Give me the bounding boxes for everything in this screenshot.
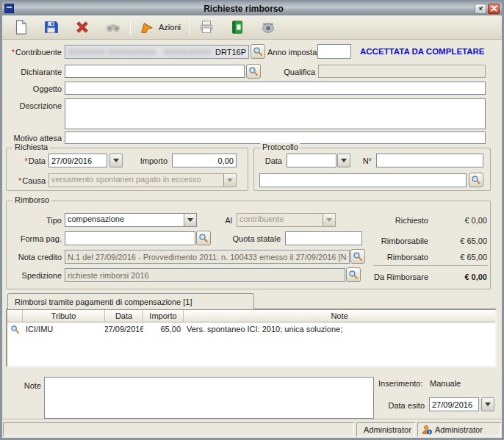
spedizione-search-button[interactable]: [346, 267, 361, 282]
azioni-button[interactable]: Azioni: [135, 17, 184, 37]
restore-window-button[interactable]: [475, 4, 486, 14]
column-header-icon[interactable]: [7, 310, 23, 322]
cell-data: 27/09/2016: [105, 322, 143, 336]
close-window-button[interactable]: [488, 4, 500, 14]
column-header-importo[interactable]: Importo: [143, 310, 184, 322]
richiesta-causa-label: *Causa: [10, 176, 46, 185]
forma-pag-search-button[interactable]: [196, 231, 211, 245]
save-button[interactable]: [39, 17, 64, 37]
delete-button[interactable]: [70, 17, 95, 37]
protocollo-data-field[interactable]: [287, 154, 336, 167]
protocollo-search-button[interactable]: [469, 173, 483, 187]
rimborsabile-label: Rimborsabile: [375, 237, 428, 245]
anno-imposta-field[interactable]: [317, 44, 351, 59]
richiesta-causa-combo: versamento spontaneo pagato in eccesso: [48, 173, 237, 187]
delete-x-icon: [74, 19, 90, 35]
oggetto-field[interactable]: [65, 82, 486, 95]
qualifica-label: Qualifica: [279, 68, 315, 76]
protocollo-data-label: Data: [259, 156, 282, 165]
spedizione-label: Spedizione: [18, 271, 62, 280]
descrizione-label: Descrizione: [3, 101, 62, 110]
new-document-icon: [12, 19, 29, 35]
column-header-data[interactable]: Data: [105, 310, 143, 322]
statusbar-user2: Administrator: [435, 425, 483, 434]
footer-divider: [2, 419, 502, 420]
column-header-tributo[interactable]: Tributo: [23, 310, 105, 322]
spedizione-field[interactable]: [65, 268, 345, 282]
inserimento-label: Inserimento:: [378, 379, 423, 388]
note-field[interactable]: [44, 377, 374, 419]
toolbar-separator: [130, 20, 131, 35]
new-button[interactable]: [8, 17, 33, 37]
nota-credito-label: Nota credito: [15, 253, 62, 262]
magnifier-icon: [198, 233, 209, 243]
rimborso-al-label: Al: [213, 216, 232, 225]
cell-importo: 65,00: [143, 322, 184, 336]
nota-credito-field[interactable]: [65, 250, 350, 264]
archive-button[interactable]: [225, 17, 250, 37]
protocollo-numero-label: N°: [359, 156, 372, 165]
rimborso-al-value: contribuente: [237, 214, 323, 226]
status-badge: ACCETTATA DA COMPLETARE: [360, 47, 485, 56]
rimborso-tipo-value: compensazione: [65, 214, 184, 226]
richiesta-data-field[interactable]: [48, 154, 107, 167]
protocollo-ricerca-field[interactable]: [259, 173, 467, 187]
richiesta-causa-value: versamento spontaneo pagato in eccesso: [49, 174, 223, 187]
chevron-down-icon: [341, 159, 347, 162]
richiesta-data-dropdown-button[interactable]: [109, 154, 123, 167]
magnifier-icon: [348, 270, 359, 280]
dichiarante-field[interactable]: [65, 65, 245, 78]
forma-pag-field[interactable]: [65, 231, 195, 245]
print-button[interactable]: [194, 17, 219, 37]
restore-icon: [477, 4, 485, 12]
table-row[interactable]: ICI/IMU 27/09/2016 65,00 Vers. spontaneo…: [7, 322, 495, 336]
anno-imposta-label: Anno imposta: [267, 48, 314, 57]
camera-button[interactable]: [256, 17, 281, 37]
richiesta-importo-field[interactable]: [172, 154, 237, 167]
chevron-down-icon: [113, 159, 119, 162]
data-esito-dropdown-button[interactable]: [481, 397, 494, 411]
dichiarante-search-button[interactable]: [246, 64, 261, 79]
statusbar-user1: Administrator: [364, 425, 411, 434]
title-bar: Richieste rimborso: [2, 1, 502, 15]
totals-divider: [373, 265, 488, 266]
contribuente-visible-text: DRT16P: [215, 48, 246, 57]
row-detail-button[interactable]: [7, 322, 23, 336]
chevron-down-icon: [485, 403, 491, 406]
search-button[interactable]: [101, 17, 126, 37]
rimborso-al-combo: contribuente: [237, 213, 336, 227]
status-bar: Administrator Administrator: [2, 421, 502, 438]
rimborso-tipo-combo[interactable]: compensazione: [65, 213, 197, 227]
statusbar-message-cell: [3, 422, 354, 436]
contribuente-field[interactable]: XXXXXXX XXXXXXXXX - XX/XX/XXXX - XX XX D…: [65, 45, 249, 59]
contribuente-search-button[interactable]: [251, 44, 265, 59]
nota-credito-search-button[interactable]: [350, 249, 365, 264]
inserimento-value: Manuale: [430, 379, 461, 388]
compensazioni-table: Tributo Data Importo Note ICI/IMU 27/09/…: [6, 309, 497, 367]
protocollo-legend: Protocollo: [260, 143, 300, 151]
da-rimborsare-label: Da Rimborsare: [371, 273, 428, 281]
rimborsato-label: Rimborsato: [375, 253, 428, 262]
richiesta-legend: Richiesta: [12, 143, 50, 151]
close-icon: [490, 4, 498, 12]
user-info-icon: [422, 425, 432, 435]
contribuente-label: *Contribuente: [3, 48, 62, 57]
protocollo-numero-field[interactable]: [376, 154, 483, 167]
column-header-note[interactable]: Note: [184, 310, 495, 322]
cell-tributo: ICI/IMU: [23, 322, 105, 336]
tab-compensazioni[interactable]: Rimborsi tramite pagamenti di compensazi…: [7, 293, 254, 309]
magnifier-icon: [253, 46, 263, 57]
qualifica-field: [318, 65, 486, 78]
oggetto-label: Oggetto: [3, 84, 62, 93]
data-esito-field[interactable]: [429, 397, 479, 411]
toolbar: Azioni: [2, 15, 502, 40]
green-binder-icon: [229, 19, 245, 35]
magnifier-icon: [10, 325, 20, 334]
quota-statale-field[interactable]: [285, 231, 362, 245]
cell-note: Vers. spontaneo ICI: 2010; unica soluzio…: [184, 322, 495, 336]
quota-statale-label: Quota statale: [229, 234, 281, 243]
chevron-down-icon: [223, 174, 236, 187]
protocollo-data-dropdown-button[interactable]: [337, 154, 350, 167]
save-floppy-icon: [43, 19, 60, 35]
descrizione-field[interactable]: [65, 98, 486, 129]
